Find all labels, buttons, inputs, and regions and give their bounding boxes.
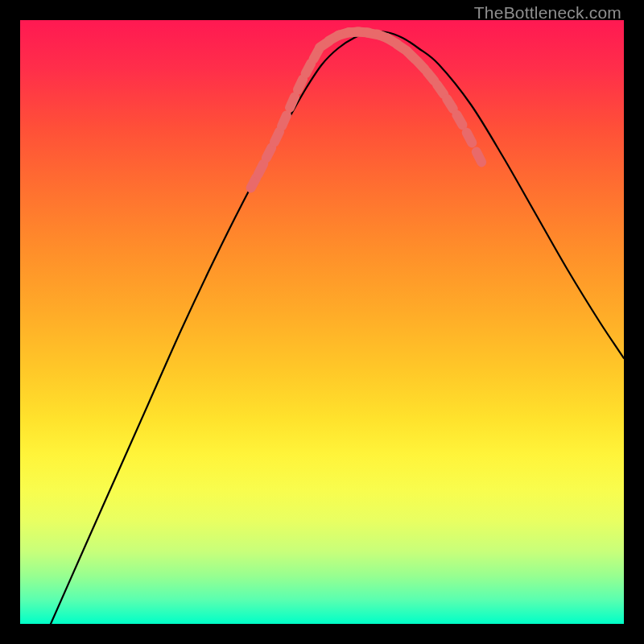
svg-line-22 bbox=[447, 99, 453, 109]
svg-line-25 bbox=[477, 152, 481, 163]
watermark-text: TheBottleneck.com bbox=[474, 3, 621, 23]
svg-line-1 bbox=[258, 164, 264, 175]
svg-line-23 bbox=[456, 115, 462, 126]
curve-line bbox=[51, 31, 624, 624]
chart-container: TheBottleneck.com bbox=[0, 0, 644, 644]
svg-line-5 bbox=[290, 97, 295, 107]
svg-line-24 bbox=[467, 133, 473, 143]
svg-line-21 bbox=[437, 85, 444, 94]
svg-line-6 bbox=[298, 79, 303, 89]
svg-line-19 bbox=[417, 61, 425, 70]
svg-line-0 bbox=[251, 178, 257, 188]
svg-line-7 bbox=[306, 64, 312, 74]
svg-line-4 bbox=[282, 115, 287, 126]
svg-line-20 bbox=[427, 72, 435, 80]
plot-area bbox=[20, 20, 624, 624]
dots-left bbox=[251, 49, 320, 188]
svg-line-3 bbox=[275, 131, 279, 142]
chart-svg bbox=[20, 20, 624, 624]
svg-line-2 bbox=[266, 148, 271, 159]
dots-right bbox=[407, 52, 481, 163]
